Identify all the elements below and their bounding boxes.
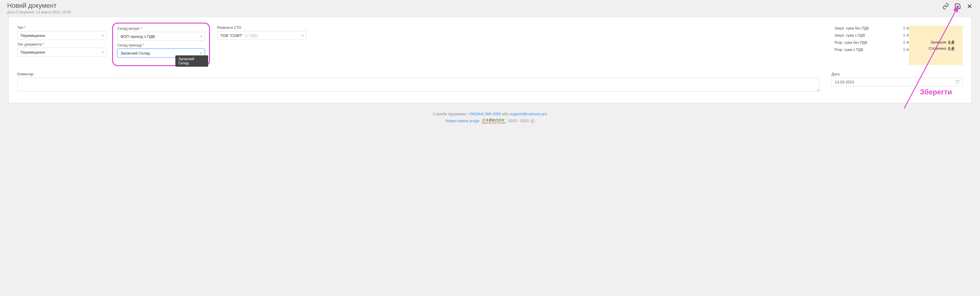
created-date: Дата Створення: 13 марта 2023, 18:00	[7, 10, 71, 14]
support-phone[interactable]: +38(044) 389-3355	[468, 112, 501, 116]
expense-wh-select[interactable]: ФОП приход з ПДВ ▾	[117, 32, 205, 41]
requisites-select[interactable]: ТОВ "СОФТ" (з ПДВ) ▾	[217, 31, 307, 40]
chevron-down-icon: ▾	[102, 33, 104, 38]
income-wh-label: Склад приходу	[117, 43, 205, 47]
date-input[interactable]: 13.03.2023	[832, 78, 963, 86]
header: Новий документ Дата Створення: 13 марта …	[0, 0, 980, 17]
type-label: Тип	[17, 25, 107, 30]
comment-label: Коментар	[17, 72, 819, 76]
tooltip: Запасний Склад	[175, 55, 208, 67]
requisites-label: Реквізити СТО	[217, 25, 307, 30]
chevron-down-icon: ▾	[200, 51, 202, 55]
agreement-link[interactable]: Користувача угода	[445, 119, 479, 123]
chevron-down-icon: ▾	[302, 33, 304, 38]
expense-wh-label: Склад витрат	[117, 27, 205, 31]
payment-box: Залишок 0 ₴ Сплачено 0 ₴	[909, 25, 963, 65]
page-title: Новий документ	[7, 2, 71, 9]
calendar-icon	[955, 79, 959, 85]
remain-value[interactable]: 0 ₴	[948, 40, 955, 44]
type-select[interactable]: Переміщення ▾	[17, 31, 107, 40]
form-card: Тип Переміщення ▾ Тип документа Переміще…	[9, 17, 971, 103]
paid-value[interactable]: 0 ₴	[948, 46, 955, 51]
annotation-text: Зберегти	[920, 88, 952, 96]
support-email[interactable]: support@carbook.pro	[510, 112, 547, 116]
chevron-down-icon: ▾	[200, 34, 202, 39]
save-icon[interactable]	[955, 3, 961, 9]
footer: Служба підтримки: +38(044) 389-3355 або …	[0, 109, 980, 130]
comment-input[interactable]	[17, 78, 819, 92]
date-label: Дата	[832, 72, 963, 76]
registered-icon: R	[531, 119, 535, 123]
chevron-down-icon: ▾	[102, 50, 104, 54]
doc-type-select[interactable]: Переміщення ▾	[17, 47, 107, 57]
close-icon[interactable]	[966, 3, 973, 9]
logo: CAЯBOOK cause we love the cars	[482, 118, 506, 124]
svg-point-0	[957, 6, 959, 8]
doc-type-label: Тип документа	[17, 42, 107, 46]
svg-rect-2	[956, 80, 959, 83]
summary-table: Закуп. сума без ПДВ0 ₴ Закуп. сума з ПДВ…	[834, 25, 909, 65]
link-icon[interactable]	[942, 3, 949, 9]
